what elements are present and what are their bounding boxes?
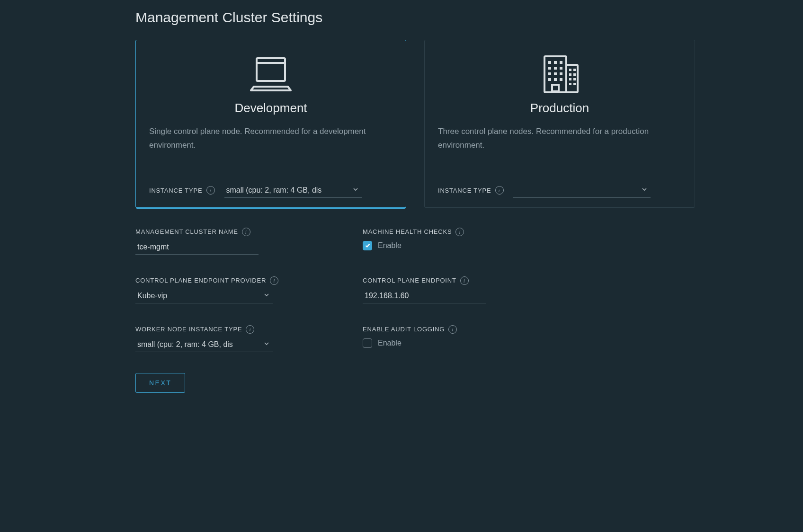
svg-rect-7	[548, 67, 551, 70]
next-button[interactable]: NEXT	[135, 373, 185, 393]
building-icon	[438, 53, 681, 94]
svg-rect-13	[548, 78, 551, 81]
svg-rect-15	[560, 78, 562, 81]
card-body: Production Three control plane nodes. Re…	[425, 40, 695, 164]
worker-type-field: WORKER NODE INSTANCE TYPE i	[135, 325, 306, 352]
audit-checkbox[interactable]	[363, 338, 372, 348]
instance-type-value[interactable]	[224, 183, 362, 198]
label-text: ENABLE AUDIT LOGGING	[363, 326, 445, 333]
svg-rect-23	[569, 83, 571, 85]
plan-cards: Development Single control plane node. R…	[135, 40, 695, 208]
label-text: MANAGEMENT CLUSTER NAME	[135, 228, 238, 235]
label-text: CONTROL PLANE ENDPOINT	[363, 277, 456, 284]
card-title: Production	[438, 101, 681, 115]
card-footer: INSTANCE TYPE i	[136, 164, 406, 207]
card-description: Three control plane nodes. Recommended f…	[438, 125, 681, 152]
card-title: Development	[149, 101, 393, 115]
mhc-check-label: Enable	[378, 241, 402, 250]
cluster-name-input[interactable]	[135, 240, 259, 255]
label-text: INSTANCE TYPE	[438, 187, 491, 194]
audit-logging-field: ENABLE AUDIT LOGGING i Enable	[363, 325, 533, 352]
laptop-icon	[149, 53, 393, 94]
mhc-check-row: Enable	[363, 241, 533, 250]
cpe-label: CONTROL PLANE ENDPOINT i	[363, 276, 533, 285]
page-title: Management Cluster Settings	[135, 9, 695, 26]
svg-rect-14	[554, 78, 557, 81]
info-icon[interactable]: i	[460, 276, 469, 285]
label-text: WORKER NODE INSTANCE TYPE	[135, 326, 242, 333]
cluster-name-field: MANAGEMENT CLUSTER NAME i	[135, 228, 306, 255]
instance-type-value[interactable]	[513, 183, 651, 198]
svg-rect-0	[257, 58, 285, 81]
svg-rect-19	[569, 73, 571, 76]
mhc-checkbox[interactable]	[363, 241, 372, 250]
svg-rect-12	[560, 72, 562, 75]
card-development[interactable]: Development Single control plane node. R…	[135, 40, 406, 208]
svg-rect-10	[548, 72, 551, 75]
card-description: Single control plane node. Recommended f…	[149, 125, 393, 152]
cpe-input[interactable]	[363, 289, 486, 303]
svg-rect-20	[573, 73, 576, 76]
svg-rect-21	[569, 78, 571, 80]
card-body: Development Single control plane node. R…	[136, 40, 406, 164]
cpe-provider-select[interactable]	[135, 289, 273, 303]
label-text: INSTANCE TYPE	[149, 187, 203, 194]
svg-rect-8	[554, 67, 557, 70]
svg-rect-9	[560, 67, 562, 70]
info-icon[interactable]: i	[455, 228, 464, 236]
svg-rect-3	[566, 65, 578, 92]
info-icon[interactable]: i	[246, 325, 254, 334]
card-footer: INSTANCE TYPE i	[425, 164, 695, 207]
info-icon[interactable]: i	[242, 228, 250, 236]
audit-check-label: Enable	[378, 339, 402, 347]
svg-rect-18	[573, 69, 576, 71]
instance-type-label: INSTANCE TYPE i	[438, 186, 504, 195]
svg-rect-11	[554, 72, 557, 75]
settings-form: MANAGEMENT CLUSTER NAME i MACHINE HEALTH…	[135, 228, 533, 352]
machine-health-checks-field: MACHINE HEALTH CHECKS i Enable	[363, 228, 533, 255]
cpe-provider-field: CONTROL PLANE ENDPOINT PROVIDER i	[135, 276, 306, 303]
label-text: MACHINE HEALTH CHECKS	[363, 228, 452, 235]
audit-label: ENABLE AUDIT LOGGING i	[363, 325, 533, 334]
svg-rect-16	[552, 85, 559, 91]
info-icon[interactable]: i	[206, 186, 215, 195]
worker-type-select[interactable]	[135, 337, 273, 352]
cpe-provider-label: CONTROL PLANE ENDPOINT PROVIDER i	[135, 276, 287, 285]
cpe-provider-value[interactable]	[135, 289, 273, 303]
cpe-field: CONTROL PLANE ENDPOINT i	[363, 276, 533, 303]
info-icon[interactable]: i	[448, 325, 457, 334]
audit-check-row: Enable	[363, 338, 533, 348]
worker-type-label: WORKER NODE INSTANCE TYPE i	[135, 325, 306, 334]
instance-type-select[interactable]	[513, 183, 651, 198]
info-icon[interactable]: i	[495, 186, 504, 195]
worker-type-value[interactable]	[135, 337, 273, 352]
mhc-label: MACHINE HEALTH CHECKS i	[363, 228, 533, 236]
svg-rect-24	[573, 83, 576, 85]
instance-type-label: INSTANCE TYPE i	[149, 186, 215, 195]
instance-type-select[interactable]	[224, 183, 362, 198]
card-production[interactable]: Production Three control plane nodes. Re…	[424, 40, 695, 208]
svg-rect-17	[569, 69, 571, 71]
svg-rect-6	[560, 61, 562, 64]
label-text: CONTROL PLANE ENDPOINT PROVIDER	[135, 277, 266, 284]
svg-rect-5	[554, 61, 557, 64]
cluster-name-label: MANAGEMENT CLUSTER NAME i	[135, 228, 306, 236]
svg-rect-4	[548, 61, 551, 64]
info-icon[interactable]: i	[270, 276, 278, 285]
svg-rect-22	[573, 78, 576, 80]
